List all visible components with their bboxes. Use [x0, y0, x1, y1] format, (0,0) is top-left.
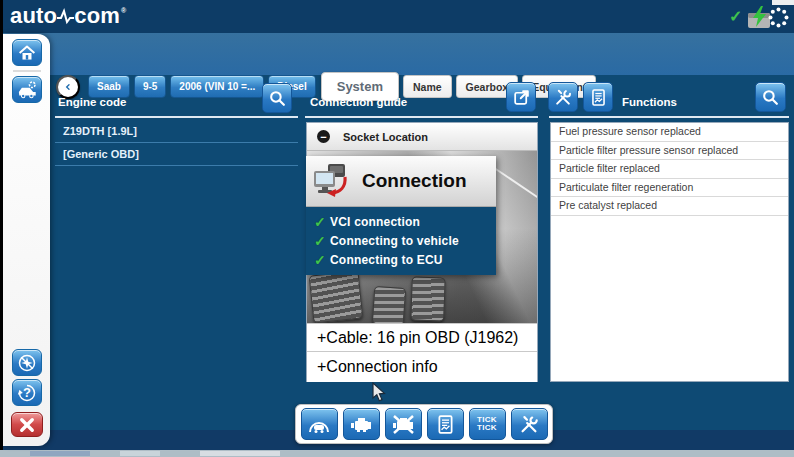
top-bar: auto com ® ✓: [0, 0, 794, 33]
breadcrumb-button[interactable]: 9-5: [134, 75, 166, 98]
taskbar-item: [200, 451, 280, 456]
vehicle-settings-button[interactable]: [12, 76, 42, 103]
heartbeat-icon: [57, 7, 74, 25]
connection-overlay-title: Connection: [362, 170, 467, 192]
close-button[interactable]: [11, 412, 43, 437]
connection-panel-divider: [305, 116, 538, 118]
sidebar: ?: [3, 34, 50, 446]
registered-mark: ®: [121, 7, 126, 14]
external-link-icon: [512, 88, 531, 107]
function-item[interactable]: Particle filter replaced: [551, 160, 788, 179]
connection-step-label: VCI connection: [330, 215, 420, 229]
background-window-fragment: [772, 0, 794, 5]
functions-panel-divider: [549, 116, 789, 118]
logo-text-com: com: [74, 3, 120, 29]
flight-mode-button[interactable]: [12, 349, 42, 376]
search-icon: [268, 89, 287, 108]
breadcrumb-button[interactable]: Saab: [88, 75, 130, 98]
connection-status-overlay: Connection ✓ VCI connection ✓ Connecting…: [306, 156, 496, 275]
help-button[interactable]: ?: [12, 379, 42, 406]
report-icon: [435, 414, 456, 435]
connection-step-label: Connecting to vehicle: [330, 234, 459, 248]
connection-overlay-header: Connection: [306, 156, 496, 207]
functions-search-button[interactable]: [755, 82, 786, 112]
navigation-row: Saab9-52006 (VIN 10 =...Diesel SystemNam…: [0, 33, 794, 75]
function-item[interactable]: Particulate filter regeneration: [551, 179, 788, 198]
service-tools-button[interactable]: [511, 408, 548, 440]
home-icon: [17, 44, 37, 62]
quick-actions-toolbar: TICK TICK: [295, 404, 553, 444]
connection-guide-box: − Socket Location: [306, 122, 538, 382]
report-button[interactable]: [583, 82, 613, 112]
socket-location-section[interactable]: − Socket Location: [307, 123, 537, 151]
functions-box: Fuel pressure sensor replacedParticle fi…: [550, 122, 789, 382]
taskbar-item: [30, 451, 90, 456]
function-item[interactable]: Particle filter pressure sensor replaced: [551, 142, 788, 161]
engine-code-item[interactable]: [Generic OBD]: [55, 143, 298, 166]
spinner-icon: [768, 7, 789, 32]
engine-panel-divider: [55, 116, 298, 118]
connection-info-label: Connection info: [326, 358, 437, 376]
function-item[interactable]: Fuel pressure sensor replaced: [551, 123, 788, 142]
engine-code-item[interactable]: Z19DTH [1.9L]: [55, 120, 298, 143]
connection-steps: ✓ VCI connection ✓ Connecting to vehicle…: [306, 207, 496, 275]
tools-icon: [553, 87, 573, 107]
vehicle-info-button[interactable]: [301, 408, 338, 440]
engine-panel-title: Engine code: [58, 96, 126, 108]
connection-step: ✓ VCI connection: [306, 212, 496, 231]
check-icon: ✓: [314, 233, 330, 249]
car-gear-icon: [17, 80, 38, 99]
check-icon: ✓: [314, 214, 330, 230]
socket-location-label: Socket Location: [343, 131, 428, 143]
open-external-button[interactable]: [506, 82, 536, 112]
obd-connect-button[interactable]: [343, 408, 380, 440]
engine-crossed-icon: [391, 412, 415, 436]
report-icon: [589, 88, 608, 107]
window-edge: [0, 0, 3, 450]
view-tab[interactable]: Name: [403, 75, 452, 98]
breadcrumb-button[interactable]: 2006 (VIN 10 =...: [170, 75, 264, 98]
plane-off-icon: [17, 353, 37, 373]
engine-code-list: Z19DTH [1.9L][Generic OBD]: [55, 120, 298, 166]
expand-icon: +: [317, 358, 326, 376]
autocom-logo: auto com ®: [10, 3, 126, 29]
sidebar-divider: [13, 70, 41, 72]
pedal: [309, 271, 364, 323]
report-button[interactable]: [427, 408, 464, 440]
home-button[interactable]: [12, 39, 42, 66]
obd-disconnect-button[interactable]: [385, 408, 422, 440]
service-tools-button[interactable]: [548, 82, 578, 112]
engine-icon: [349, 412, 373, 436]
close-icon: [18, 417, 36, 433]
tick-tick-button[interactable]: TICK TICK: [469, 408, 506, 440]
pedal: [372, 286, 407, 323]
connection-info-section[interactable]: + Connection info: [307, 351, 537, 382]
connection-panel-title: Connection guide: [310, 96, 407, 108]
status-check-icon: ✓: [729, 7, 742, 26]
logo-text-auto: auto: [10, 3, 57, 29]
computer-connection-icon: [312, 163, 352, 199]
functions-list: Fuel pressure sensor replacedParticle fi…: [551, 123, 788, 381]
search-icon: [761, 88, 780, 107]
pedal: [410, 276, 446, 321]
chevron-left-icon: [64, 80, 72, 94]
functions-panel-title: Functions: [622, 96, 677, 108]
app-window: auto com ® ✓: [0, 0, 794, 457]
expand-icon: +: [317, 329, 326, 347]
cable-section-label: Cable: 16 pin OBD (J1962): [326, 329, 518, 347]
connection-step-label: Connecting to ECU: [330, 253, 443, 267]
tick-label-2: TICK: [477, 424, 497, 433]
mouse-cursor: [372, 382, 388, 404]
connection-step: ✓ Connecting to vehicle: [306, 231, 496, 250]
help-icon: ?: [23, 385, 31, 400]
cable-section[interactable]: + Cable: 16 pin OBD (J1962): [307, 323, 537, 352]
collapse-icon: −: [317, 130, 330, 143]
function-item[interactable]: Pre catalyst replaced: [551, 197, 788, 216]
taskbar-item: [120, 451, 160, 456]
check-icon: ✓: [314, 252, 330, 268]
vehicle-dome-icon: [307, 412, 331, 436]
tools-icon: [518, 413, 540, 435]
engine-search-button[interactable]: [262, 83, 292, 113]
os-taskbar-sliver: [0, 450, 794, 457]
connection-step: ✓ Connecting to ECU: [306, 250, 496, 269]
